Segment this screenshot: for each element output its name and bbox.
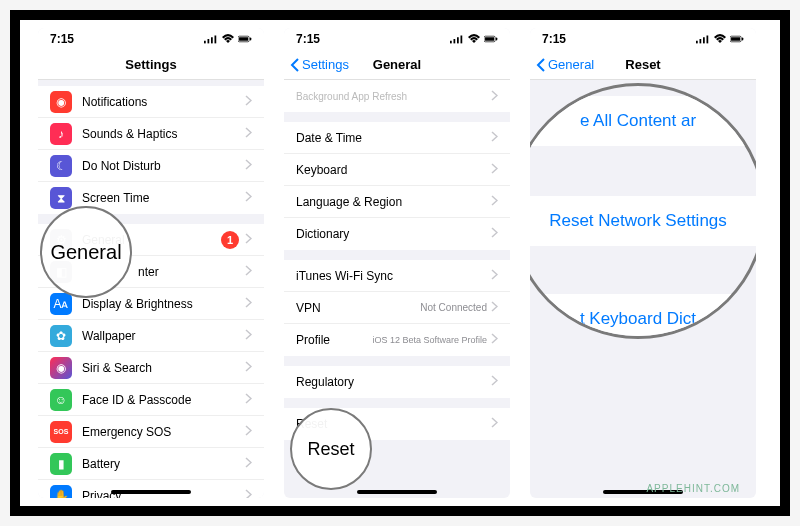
svg-rect-20 [742,38,743,41]
gear-icon: ⚙ [50,229,72,251]
chevron-right-icon [245,233,252,247]
svg-rect-2 [211,37,213,43]
row-privacy[interactable]: ✋ Privacy [38,480,264,498]
row-profile-detail: iOS 12 Beta Software Profile [372,335,487,345]
wifi-icon [467,34,481,44]
row-date-time[interactable]: Date & Time [284,122,510,154]
back-button[interactable]: General [536,50,594,79]
signal-icon [696,34,710,44]
chevron-right-icon [491,131,498,145]
svg-rect-6 [250,38,251,41]
chevron-right-icon [245,393,252,407]
row-siri-search[interactable]: ◉ Siri & Search [38,352,264,384]
hand-icon: ✋ [50,485,72,498]
row-emergency-sos[interactable]: SOS Emergency SOS [38,416,264,448]
option-erase-all-content[interactable]: e All Content ar [530,96,756,146]
status-bar: 7:15 [284,28,510,50]
chevron-right-icon [491,269,498,283]
siri-icon: ◉ [50,357,72,379]
settings-group-general: ⚙ General 1 ◧ nter Aᴀ Display & Brightne… [38,224,264,498]
signal-icon [450,34,464,44]
magnifier-reset-network: e All Content ar Reset Network Settings … [530,83,756,339]
status-time: 7:15 [542,32,566,46]
wifi-icon [221,34,235,44]
notification-badge: 1 [221,231,239,249]
row-notifications[interactable]: ◉ Notifications [38,86,264,118]
chevron-right-icon [245,361,252,375]
row-wallpaper[interactable]: ✿ Wallpaper [38,320,264,352]
row-dictionary[interactable]: Dictionary [284,218,510,250]
row-background-app-refresh[interactable]: Background App Refresh [284,80,510,112]
row-keyboard[interactable]: Keyboard [284,154,510,186]
status-time: 7:15 [296,32,320,46]
back-button[interactable]: Settings [290,50,349,79]
general-group-reset: Reset [284,408,510,440]
chevron-right-icon [491,90,498,103]
row-faceid-passcode[interactable]: ☺ Face ID & Passcode [38,384,264,416]
svg-rect-12 [485,37,494,41]
display-icon: Aᴀ [50,293,72,315]
row-profile[interactable]: Profile iOS 12 Beta Software Profile [284,324,510,356]
svg-rect-8 [454,39,456,43]
hourglass-icon: ⧗ [50,187,72,209]
navbar-title: Reset [625,57,660,72]
chevron-right-icon [491,375,498,389]
option-reset-network-settings[interactable]: Reset Network Settings [530,196,756,246]
chevron-right-icon [491,301,498,315]
battery-settings-icon: ▮ [50,453,72,475]
row-display-brightness[interactable]: Aᴀ Display & Brightness [38,288,264,320]
status-right [696,34,744,44]
row-vpn-detail: Not Connected [420,302,487,313]
option-reset-keyboard-dict[interactable]: t Keyboard Dict [530,294,756,339]
chevron-right-icon [491,333,498,347]
chevron-right-icon [245,297,252,311]
svg-rect-7 [450,41,452,44]
svg-rect-13 [496,38,497,41]
chevron-left-icon [290,58,300,72]
row-itunes-wifi-sync[interactable]: iTunes Wi-Fi Sync [284,260,510,292]
faceid-icon: ☺ [50,389,72,411]
svg-rect-19 [731,37,740,41]
chevron-right-icon [245,425,252,439]
watermark: APPLEHINT.COM [646,483,740,494]
row-language-region[interactable]: Language & Region [284,186,510,218]
chevron-right-icon [245,489,252,498]
status-bar: 7:15 [530,28,756,50]
chevron-right-icon [245,457,252,471]
chevron-right-icon [245,329,252,343]
phone-settings: 7:15 Settings ◉ Notifications ♪ Sounds &… [38,28,264,498]
row-general[interactable]: ⚙ General 1 [38,224,264,256]
svg-rect-16 [703,37,705,43]
toggle-icon: ◧ [50,261,72,283]
wifi-icon [713,34,727,44]
home-indicator[interactable] [111,490,191,494]
general-group-top: Background App Refresh [284,80,510,112]
speaker-icon: ♪ [50,123,72,145]
home-indicator[interactable] [357,490,437,494]
row-battery[interactable]: ▮ Battery [38,448,264,480]
svg-rect-14 [696,41,698,44]
chevron-right-icon [245,159,252,173]
chevron-right-icon [491,417,498,431]
row-control-center[interactable]: ◧ nter [38,256,264,288]
phone-general: 7:15 Settings General Background App Ref… [284,28,510,498]
chevron-right-icon [491,195,498,209]
battery-icon [484,34,498,44]
chevron-right-icon [245,127,252,141]
row-vpn[interactable]: VPN Not Connected [284,292,510,324]
tutorial-frame: 7:15 Settings ◉ Notifications ♪ Sounds &… [10,10,790,516]
chevron-right-icon [245,95,252,109]
row-do-not-disturb[interactable]: ☾ Do Not Disturb [38,150,264,182]
row-reset[interactable]: Reset [284,408,510,440]
row-sounds-haptics[interactable]: ♪ Sounds & Haptics [38,118,264,150]
bell-icon: ◉ [50,91,72,113]
row-screen-time[interactable]: ⧗ Screen Time [38,182,264,214]
navbar-title: General [373,57,421,72]
svg-rect-9 [457,37,459,43]
chevron-left-icon [536,58,546,72]
row-regulatory[interactable]: Regulatory [284,366,510,398]
signal-icon [204,34,218,44]
phone-reset: 7:15 General Reset APPLEHINT.COM e All C… [530,28,756,498]
status-bar: 7:15 [38,28,264,50]
chevron-right-icon [491,163,498,177]
